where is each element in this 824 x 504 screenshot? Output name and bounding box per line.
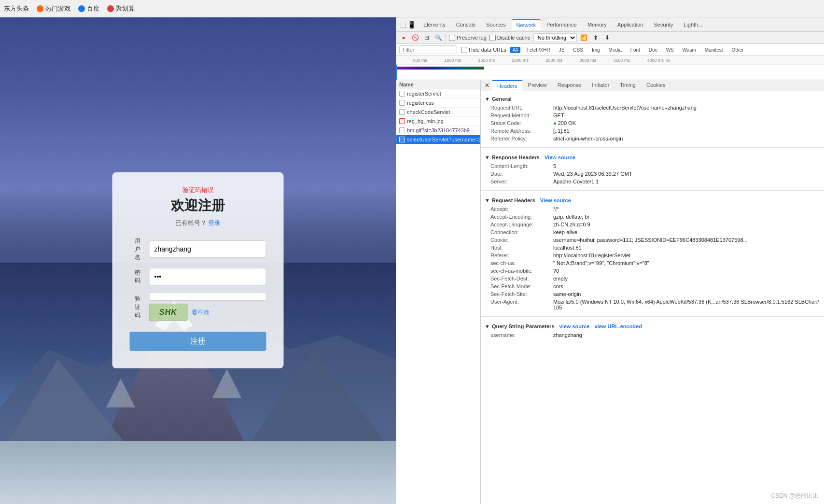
section-divider-3 — [481, 316, 824, 317]
record-button[interactable]: ● — [399, 33, 408, 42]
tab-console[interactable]: Console — [451, 20, 480, 29]
close-detail-icon[interactable]: ✕ — [483, 80, 491, 91]
nav-item-remengame[interactable]: 热门游戏 — [37, 4, 70, 13]
all-filter-btn[interactable]: All — [510, 47, 520, 53]
response-headers-title[interactable]: ▼ Response Headers View source — [485, 153, 820, 162]
orange-dot-icon — [37, 5, 43, 12]
filter-media[interactable]: Media — [606, 47, 624, 53]
filter-js[interactable]: JS — [557, 47, 567, 53]
username-input[interactable] — [149, 240, 266, 258]
ruler-mark-3000: 3000 ms — [564, 58, 598, 63]
request-item-select-user-servlet[interactable]: selectUserServlet?username=z... — [396, 135, 480, 144]
tab-application[interactable]: Application — [613, 20, 648, 29]
file-icon-red — [399, 118, 405, 124]
remote-address-row: Remote Address: [::1]:81 — [485, 127, 820, 135]
request-item-hm-gif[interactable]: hm.gif?si=3b231847743b9335... — [396, 126, 480, 135]
request-view-source-link[interactable]: View source — [540, 197, 571, 203]
nav-item-dongfang[interactable]: 东方头条 — [4, 4, 29, 13]
detail-tab-cookies[interactable]: Cookies — [642, 80, 670, 91]
detail-panel: ✕ Headers Preview Response Initiator Tim… — [481, 80, 824, 504]
login-link[interactable]: 登录 — [208, 219, 221, 226]
tab-sources[interactable]: Sources — [481, 20, 510, 29]
filter-doc[interactable]: Doc — [646, 47, 660, 53]
hide-data-urls-checkbox[interactable]: Hide data URLs — [461, 47, 506, 53]
refresh-captcha-link[interactable]: 看不清 — [192, 308, 209, 317]
general-section-title[interactable]: ▼ General — [485, 94, 820, 104]
request-headers-title[interactable]: ▼ Request Headers View source — [485, 196, 820, 205]
form-title: 欢迎注册 — [130, 196, 266, 215]
detail-tab-initiator[interactable]: Initiator — [587, 80, 614, 91]
response-headers-section: ▼ Response Headers View source Content-L… — [481, 150, 824, 188]
username-label: 用户名 — [130, 237, 145, 261]
filter-input[interactable] — [399, 45, 457, 54]
filter-toggle-button[interactable]: ⊟ — [422, 33, 431, 42]
accept-encoding-row: Accept-Encoding: gzip, deflate, br — [485, 213, 820, 221]
request-item-check-code[interactable]: checkCodeServlet — [396, 108, 480, 117]
password-row: 密码 — [130, 268, 266, 286]
ruler-mark-3500: 3500 ms — [598, 58, 632, 63]
disable-cache-label: Disable cache — [497, 35, 531, 41]
network-toolbar: ● 🚫 ⊟ 🔍 Preserve log Disable cache No th… — [396, 32, 824, 44]
juhuasuan-label: 聚划算 — [116, 4, 135, 13]
response-view-source-link[interactable]: View source — [545, 154, 575, 160]
preserve-log-checkbox[interactable]: Preserve log — [449, 35, 487, 41]
nav-item-baidu[interactable]: 百度 — [78, 4, 99, 13]
detail-tab-timing[interactable]: Timing — [615, 80, 641, 91]
password-label: 密码 — [130, 269, 145, 285]
import-icon[interactable]: ⬆ — [591, 33, 600, 42]
preserve-log-input[interactable] — [449, 35, 455, 41]
tab-network[interactable]: Network — [512, 19, 541, 30]
hide-data-urls-input[interactable] — [461, 47, 467, 53]
referrer-policy-row: Referrer Policy: strict-origin-when-cros… — [485, 135, 820, 142]
clear-button[interactable]: 🚫 — [411, 33, 419, 42]
sec-fetch-site-row: Sec-Fetch-Site: same-origin — [485, 290, 820, 298]
tab-performance[interactable]: Performance — [542, 20, 582, 29]
tab-lighthouse[interactable]: Lighth... — [679, 20, 707, 29]
captcha-image: SHK — [149, 304, 188, 322]
query-view-source-link[interactable]: view source — [559, 323, 590, 329]
tab-security[interactable]: Security — [649, 20, 678, 29]
query-params-title[interactable]: ▼ Query String Parameters view source vi… — [485, 322, 820, 331]
detail-tab-headers[interactable]: Headers — [492, 80, 522, 91]
file-icon — [399, 91, 405, 97]
filter-wasm[interactable]: Wasm — [680, 47, 698, 53]
sec-ch-ua-row: sec-ch-ua: " Not A;Brand";v="99", "Chrom… — [485, 259, 820, 267]
password-input[interactable] — [149, 268, 266, 286]
connection-row: Connection: keep-alive — [485, 228, 820, 236]
timeline-ruler: 500 ms 1000 ms 1500 ms 2000 ms 2500 ms 3… — [396, 56, 824, 65]
filter-img[interactable]: Img — [589, 47, 602, 53]
detail-tab-response[interactable]: Response — [553, 80, 587, 91]
throttle-select[interactable]: No throttling Fast 3G Slow 3G Offline — [533, 33, 577, 42]
request-item-register-servlet[interactable]: registerServlet — [396, 89, 480, 98]
general-section: ▼ General Request URL: http://localhost:… — [481, 91, 824, 145]
disable-cache-checkbox[interactable]: Disable cache — [489, 35, 531, 41]
network-conditions-icon[interactable]: 📶 — [580, 33, 588, 42]
tab-elements[interactable]: Elements — [419, 20, 450, 29]
nav-item-juhuasuan[interactable]: 聚划算 — [107, 4, 135, 13]
export-icon[interactable]: ⬇ — [603, 33, 612, 42]
filter-other[interactable]: Other — [729, 47, 746, 53]
username-param-row: username: zhangzhang — [485, 331, 820, 339]
nav-items: 东方头条 热门游戏 百度 聚划算 — [4, 4, 135, 13]
request-item-reg-bg[interactable]: reg_bg_min.jpg — [396, 117, 480, 126]
devtools-device-icon[interactable]: 📱 — [407, 21, 416, 28]
captcha-input[interactable] — [149, 293, 266, 301]
filter-css[interactable]: CSS — [571, 47, 586, 53]
filter-ws[interactable]: WS — [664, 47, 676, 53]
disable-cache-input[interactable] — [489, 35, 496, 41]
filter-manifest[interactable]: Manifest — [702, 47, 726, 53]
devtools-inspect-icon[interactable]: ⬚ — [400, 21, 406, 28]
request-item-register-css[interactable]: register.css — [396, 98, 480, 108]
registration-form: 验证码错误 欢迎注册 已有帐号？ 登录 用户名 密码 验证码 — [112, 172, 284, 368]
register-button[interactable]: 注册 — [130, 332, 266, 351]
filter-fetch-xhr[interactable]: Fetch/XHR — [524, 47, 553, 53]
watermark: CSDN @恶熊比比 — [771, 492, 818, 500]
detail-tab-preview[interactable]: Preview — [523, 80, 552, 91]
timeline-bar-area — [396, 65, 824, 80]
filter-font[interactable]: Font — [628, 47, 642, 53]
ruler-mark-45: 45 — [666, 58, 672, 63]
search-button[interactable]: 🔍 — [434, 33, 443, 42]
ruler-mark-1500: 1500 ms — [463, 58, 497, 63]
tab-memory[interactable]: Memory — [583, 20, 612, 29]
query-view-url-encoded-link[interactable]: view URL-encoded — [595, 323, 642, 329]
